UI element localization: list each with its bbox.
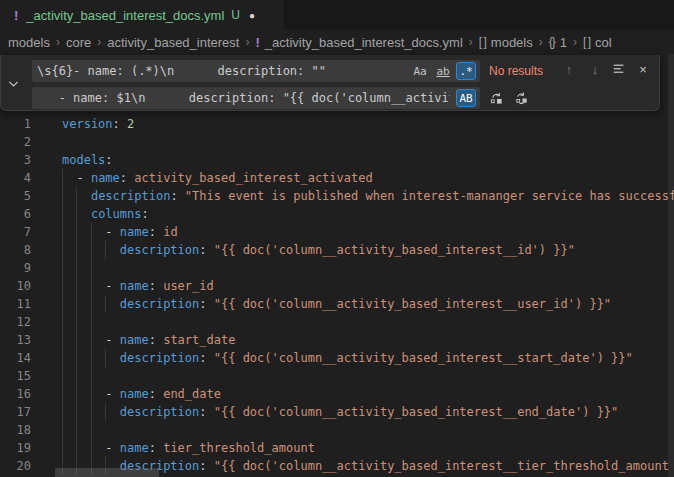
horizontal-scrollbar[interactable]: [55, 468, 159, 477]
breadcrumb-separator-icon: ›: [97, 35, 101, 49]
match-case-button[interactable]: Aa: [410, 62, 430, 80]
breadcrumb-label: 1: [560, 35, 567, 50]
code-text: description: "{{ doc('column__activity_b…: [62, 241, 575, 259]
breadcrumb-label: col: [595, 35, 612, 50]
vertical-scrollbar[interactable]: [668, 54, 674, 477]
toggle-replace-button[interactable]: [4, 73, 22, 93]
find-input-wrap: Aa ab .*: [32, 60, 480, 82]
breadcrumb-item-1[interactable]: {}1: [549, 35, 567, 50]
whole-word-button[interactable]: ab: [433, 62, 453, 80]
find-results-count: No results: [489, 64, 543, 78]
preserve-case-button[interactable]: AB: [456, 89, 476, 107]
code-line[interactable]: 10 - name: user_id: [0, 277, 674, 295]
token-p: -: [62, 171, 91, 185]
token-p: [62, 243, 120, 257]
token-k: description: [120, 351, 199, 365]
line-number: 11: [0, 295, 31, 313]
token-p: :: [199, 297, 213, 311]
code-line[interactable]: 19 - name: tier_threshold_amount: [0, 439, 674, 457]
line-number: 13: [0, 331, 31, 349]
code-line[interactable]: 4 - name: activity_based_interest_activa…: [0, 169, 674, 187]
token-p: [62, 207, 91, 221]
breadcrumb-item-models[interactable]: [ ]models: [479, 35, 533, 50]
modified-indicator-dot[interactable]: ●: [249, 10, 255, 21]
line-number: 19: [0, 439, 31, 457]
token-k: name: [120, 279, 149, 293]
regex-button[interactable]: .*: [456, 62, 476, 80]
code-line[interactable]: 8 description: "{{ doc('column__activity…: [0, 241, 674, 259]
previous-match-button[interactable]: ↑: [559, 59, 579, 79]
find-in-selection-button[interactable]: [609, 59, 629, 79]
code-text: version: 2: [62, 115, 134, 133]
token-p: :: [120, 171, 134, 185]
token-s: "{{ doc('column__activity_based_interest…: [214, 459, 669, 473]
indent-guide: [76, 421, 77, 439]
replace-all-button[interactable]: [511, 88, 531, 108]
code-line[interactable]: 12: [0, 313, 674, 331]
replace-input-wrap: AB: [32, 87, 480, 109]
code-line[interactable]: 16 - name: end_date: [0, 385, 674, 403]
close-find-widget-button[interactable]: ×: [633, 59, 653, 79]
code-line[interactable]: 6 columns:: [0, 205, 674, 223]
token-s: user_id: [163, 279, 214, 293]
token-p: :: [170, 189, 184, 203]
replace-button[interactable]: [486, 88, 506, 108]
breadcrumb: models›core›activity_based_interest›!_ac…: [0, 30, 674, 54]
code-line[interactable]: 15: [0, 367, 674, 385]
code-line[interactable]: 14 description: "{{ doc('column__activit…: [0, 349, 674, 367]
token-s: "{{ doc('column__activity_based_interest…: [214, 297, 611, 311]
code-line[interactable]: 5 description: "This event is published …: [0, 187, 674, 205]
code-line[interactable]: 18: [0, 421, 674, 439]
next-match-button[interactable]: ↓: [585, 59, 605, 79]
token-p: [62, 351, 120, 365]
breadcrumb-separator-icon: ›: [56, 35, 60, 49]
line-number: 14: [0, 349, 31, 367]
tab-filename: _activity_based_interest_docs.yml: [26, 8, 224, 23]
token-k: description: [91, 189, 170, 203]
token-p: :: [149, 279, 163, 293]
token-p: [62, 297, 120, 311]
token-p: :: [149, 333, 163, 347]
token-n: 2: [127, 117, 134, 131]
breadcrumb-item-activity-based-interest[interactable]: activity_based_interest: [107, 35, 239, 50]
line-number: 6: [0, 205, 31, 223]
token-p: :: [149, 387, 163, 401]
code-line[interactable]: 1version: 2: [0, 115, 674, 133]
code-line[interactable]: 2: [0, 133, 674, 151]
token-k: name: [91, 171, 120, 185]
code-line[interactable]: 11 description: "{{ doc('column__activit…: [0, 295, 674, 313]
breadcrumb-item--activity-based-interest-docs-yml[interactable]: !_activity_based_interest_docs.yml: [255, 35, 462, 50]
code-text: - name: user_id: [62, 277, 214, 295]
code-line[interactable]: 3models:: [0, 151, 674, 169]
code-text: - name: id: [62, 223, 178, 241]
line-number: 2: [0, 133, 31, 151]
replace-input[interactable]: [32, 87, 480, 109]
code-text: - name: end_date: [62, 385, 221, 403]
indent-guide: [91, 421, 92, 439]
code-line[interactable]: 9: [0, 259, 674, 277]
git-status-badge: U: [231, 8, 240, 22]
indent-guide: [91, 259, 92, 277]
code-line[interactable]: 7 - name: id: [0, 223, 674, 241]
breadcrumb-item-models[interactable]: models: [8, 35, 50, 50]
breadcrumb-item-core[interactable]: core: [66, 35, 91, 50]
code-text: description: "{{ doc('column__activity_b…: [62, 349, 633, 367]
code-line[interactable]: 17 description: "{{ doc('column__activit…: [0, 403, 674, 421]
editor[interactable]: 1version: 223models:4 - name: activity_b…: [0, 54, 674, 477]
editor-tab[interactable]: ! _activity_based_interest_docs.yml U ●: [0, 0, 284, 30]
code-line[interactable]: 13 - name: start_date: [0, 331, 674, 349]
symbol-array-icon: [ ]: [583, 35, 590, 49]
code-text: models:: [62, 151, 113, 169]
line-number: 4: [0, 169, 31, 187]
code-text: columns:: [62, 205, 149, 223]
indent-guide: [76, 259, 77, 277]
line-number: 7: [0, 223, 31, 241]
line-number: 3: [0, 151, 31, 169]
token-s: "This event is published when interest-m…: [185, 189, 674, 203]
token-p: [62, 189, 91, 203]
token-s: tier_threshold_amount: [163, 441, 315, 455]
breadcrumb-item-col[interactable]: [ ]col: [583, 35, 612, 50]
code-text: - name: tier_threshold_amount: [62, 439, 315, 457]
symbol-object-icon: {}: [549, 35, 555, 49]
line-number: 8: [0, 241, 31, 259]
